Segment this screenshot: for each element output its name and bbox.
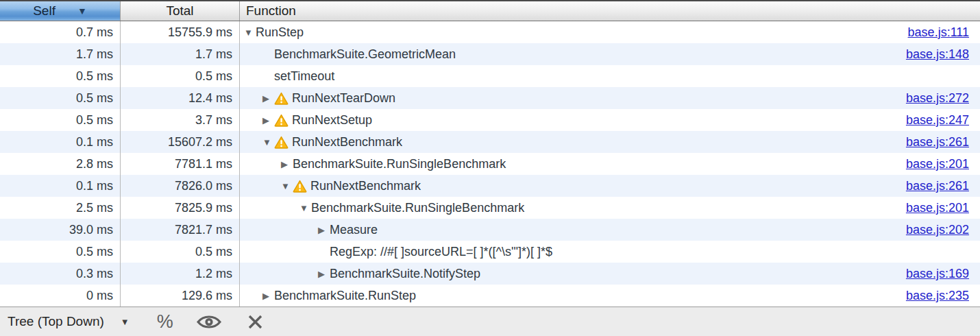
collapse-arrow-icon[interactable]: ▼ [244, 28, 256, 37]
self-time-value: 0.7 ms [0, 21, 121, 43]
table-row[interactable]: 2.5 ms7825.9 ms▼BenchmarkSuite.RunSingle… [0, 197, 980, 219]
function-name: BenchmarkSuite.RunSingleBenchmark [311, 201, 524, 215]
percent-toggle-button[interactable]: % [130, 311, 173, 333]
total-time-value: 7821.7 ms [121, 219, 240, 241]
chevron-down-icon: ▼ [121, 317, 130, 326]
total-time-value: 1.2 ms [121, 263, 240, 285]
focus-function-button[interactable] [197, 314, 221, 330]
total-time-value: 15755.9 ms [121, 21, 240, 43]
view-mode-label: Tree (Top Down) [8, 314, 104, 329]
function-name: Measure [330, 223, 378, 237]
column-header-self[interactable]: Self ▼ [0, 1, 121, 21]
function-cell: ▼RunStepbase.js:111 [240, 21, 980, 43]
function-name: BenchmarkSuite.GeometricMean [274, 47, 456, 62]
function-cell: BenchmarkSuite.GeometricMeanbase.js:148 [240, 43, 980, 65]
source-link[interactable]: base.js:202 [906, 223, 980, 237]
total-time-value: 129.6 ms [121, 285, 240, 307]
sort-descending-icon: ▼ [77, 6, 87, 16]
table-row[interactable]: 0.3 ms1.2 ms▶BenchmarkSuite.NotifyStepba… [0, 263, 980, 285]
tree-indent [244, 98, 262, 99]
source-link[interactable]: base.js:235 [906, 289, 980, 303]
source-link[interactable]: base.js:272 [906, 91, 980, 106]
tree-indent [244, 296, 262, 296]
function-name: BenchmarkSuite.RunStep [274, 289, 416, 303]
self-time-value: 39.0 ms [0, 219, 121, 241]
collapse-arrow-icon[interactable]: ▼ [299, 204, 311, 213]
column-header-total[interactable]: Total [121, 1, 240, 21]
table-row[interactable]: 0.1 ms7826.0 ms▼RunNextBenchmarkbase.js:… [0, 175, 980, 197]
table-row[interactable]: 0.5 ms0.5 msRegExp: //#[ ]sourceURL=[ ]*… [0, 241, 980, 263]
self-time-value: 2.8 ms [0, 153, 121, 175]
expand-arrow-icon[interactable]: ▶ [318, 269, 330, 278]
profiler-panel: Self ▼ Total Function 0.7 ms15755.9 ms▼R… [0, 0, 980, 336]
self-time-value: 0.5 ms [0, 109, 121, 131]
source-link[interactable]: base.js:169 [906, 267, 980, 281]
function-name: RunNextBenchmark [292, 135, 402, 149]
total-time-value: 12.4 ms [121, 87, 240, 109]
table-row[interactable]: 0.5 ms12.4 ms▶RunNextTearDownbase.js:272 [0, 87, 980, 109]
close-icon [246, 313, 265, 331]
function-name: RegExp: //#[ ]sourceURL=[ ]*([^\s'"]*)[ … [330, 245, 552, 259]
tree-indent [244, 54, 262, 55]
total-time-value: 7825.9 ms [121, 197, 240, 219]
tree-indent [244, 164, 281, 165]
function-name: RunNextTearDown [292, 91, 395, 106]
source-link[interactable]: base.js:261 [906, 179, 980, 193]
warning-icon [293, 180, 307, 193]
source-link[interactable]: base.js:261 [906, 135, 980, 149]
function-cell: ▶BenchmarkSuite.NotifyStepbase.js:169 [240, 263, 980, 285]
table-row[interactable]: 39.0 ms7821.7 ms▶Measurebase.js:202 [0, 219, 980, 241]
self-time-value: 0.5 ms [0, 241, 121, 263]
profiler-toolbar: Tree (Top Down) ▼ % [0, 307, 980, 336]
table-row[interactable]: 0.1 ms15607.2 ms▼RunNextBenchmarkbase.js… [0, 131, 980, 153]
total-time-value: 15607.2 ms [121, 131, 240, 153]
function-cell: RegExp: //#[ ]sourceURL=[ ]*([^\s'"]*)[ … [240, 241, 980, 263]
source-link[interactable]: base.js:201 [906, 157, 980, 171]
expand-arrow-icon[interactable]: ▶ [262, 94, 274, 103]
source-link[interactable]: base.js:111 [908, 25, 980, 40]
exclude-function-button[interactable] [246, 313, 265, 331]
function-cell: ▶BenchmarkSuite.RunSingleBenchmarkbase.j… [240, 153, 980, 175]
total-time-value: 1.7 ms [121, 43, 240, 65]
collapse-arrow-icon[interactable]: ▼ [281, 182, 293, 191]
table-row[interactable]: 0.5 ms0.5 mssetTimeout [0, 65, 980, 87]
column-header-self-label: Self [33, 3, 56, 19]
expand-arrow-icon[interactable]: ▶ [262, 116, 274, 125]
self-time-value: 0.5 ms [0, 87, 121, 109]
source-link[interactable]: base.js:148 [906, 47, 980, 62]
eye-icon [197, 314, 221, 330]
function-cell: ▼BenchmarkSuite.RunSingleBenchmarkbase.j… [240, 197, 980, 219]
self-time-value: 0.3 ms [0, 263, 121, 285]
column-header-function-label: Function [246, 3, 296, 19]
table-row[interactable]: 0.7 ms15755.9 ms▼RunStepbase.js:111 [0, 21, 980, 43]
collapse-arrow-icon[interactable]: ▼ [262, 138, 274, 147]
function-name: RunNextSetup [292, 113, 372, 128]
table-row[interactable]: 0 ms129.6 ms▶BenchmarkSuite.RunStepbase.… [0, 285, 980, 307]
function-cell: ▼RunNextBenchmarkbase.js:261 [240, 131, 980, 153]
tree-indent [244, 76, 262, 77]
warning-icon [274, 136, 289, 149]
source-link[interactable]: base.js:247 [906, 113, 980, 128]
total-time-value: 0.5 ms [121, 65, 240, 87]
grid-header: Self ▼ Total Function [0, 0, 980, 21]
total-time-value: 7826.0 ms [121, 175, 240, 197]
column-header-total-label: Total [166, 3, 193, 19]
source-link[interactable]: base.js:201 [906, 201, 980, 215]
function-cell: ▶BenchmarkSuite.RunStepbase.js:235 [240, 285, 980, 307]
expand-arrow-icon[interactable]: ▶ [262, 291, 274, 300]
self-time-value: 0.1 ms [0, 175, 121, 197]
tree-grid-body: 0.7 ms15755.9 ms▼RunStepbase.js:1111.7 m… [0, 21, 980, 307]
self-time-value: 0 ms [0, 285, 121, 307]
self-time-value: 0.1 ms [0, 131, 121, 153]
expand-arrow-icon[interactable]: ▶ [281, 160, 293, 169]
function-name: setTimeout [274, 69, 334, 84]
expand-arrow-icon[interactable]: ▶ [318, 226, 330, 235]
table-row[interactable]: 1.7 ms1.7 msBenchmarkSuite.GeometricMean… [0, 43, 980, 65]
view-mode-select[interactable]: Tree (Top Down) ▼ [0, 314, 130, 329]
table-row[interactable]: 2.8 ms7781.1 ms▶BenchmarkSuite.RunSingle… [0, 153, 980, 175]
function-cell: ▶RunNextTearDownbase.js:272 [240, 87, 980, 109]
self-time-value: 1.7 ms [0, 43, 121, 65]
table-row[interactable]: 0.5 ms3.7 ms▶RunNextSetupbase.js:247 [0, 109, 980, 131]
column-header-function[interactable]: Function [240, 1, 980, 21]
total-time-value: 7781.1 ms [121, 153, 240, 175]
